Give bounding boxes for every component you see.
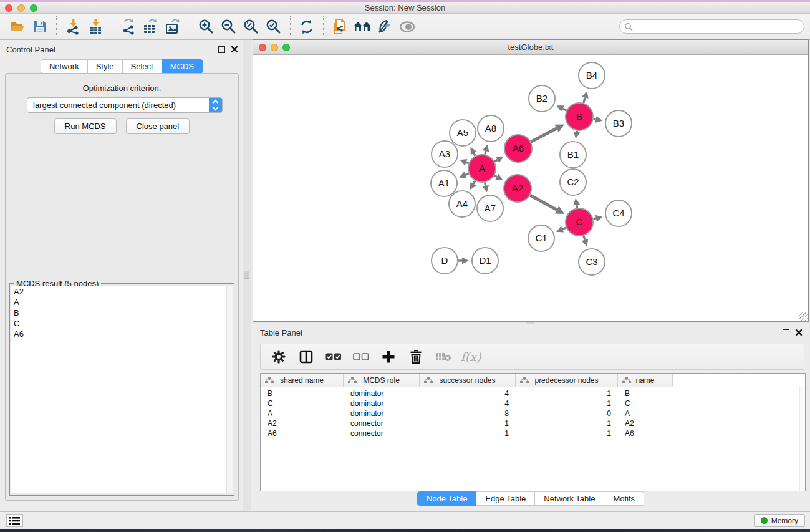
refresh-view-icon[interactable] (296, 16, 318, 37)
run-mcds-button[interactable]: Run MCDS (54, 118, 117, 134)
import-table-icon[interactable] (84, 16, 107, 37)
edge-A-A7[interactable] (485, 183, 486, 186)
table-cell: 1 (420, 428, 516, 438)
toolbar-separator (290, 16, 291, 37)
edge-B-B3[interactable] (594, 119, 596, 120)
function-builder-icon[interactable]: f(x) (461, 347, 480, 366)
search-input[interactable] (635, 21, 804, 32)
edge-arrowhead (573, 198, 580, 206)
edge-A-A2[interactable] (494, 175, 497, 177)
delete-columns-icon[interactable] (407, 347, 425, 366)
memory-button[interactable]: Memory (754, 514, 805, 527)
zoom-in-icon[interactable] (195, 16, 218, 37)
toolbar-separator (323, 16, 324, 37)
tab-network[interactable]: Network (41, 59, 88, 74)
criterion-dropdown-value: largest connected component (directed) (27, 100, 209, 110)
column-header-predecessor-nodes[interactable]: predecessor nodes (516, 374, 618, 387)
result-item[interactable]: B (11, 307, 228, 318)
export-table-icon[interactable] (140, 16, 162, 37)
edge-C-C4[interactable] (593, 218, 595, 219)
show-graphics-details-icon[interactable] (396, 16, 418, 37)
table-scrollbar[interactable] (799, 387, 805, 491)
show-column-icon[interactable] (297, 347, 316, 366)
edge-A-A4[interactable] (473, 181, 475, 184)
tab-select[interactable]: Select (123, 59, 162, 74)
mcds-result-list[interactable]: A2ABCA6 (11, 286, 228, 493)
close-panel-icon[interactable] (231, 46, 238, 53)
divider-handle[interactable] (244, 271, 249, 279)
column-header-shared-name[interactable]: shared name (261, 374, 344, 387)
criterion-dropdown[interactable]: largest connected component (directed) (27, 97, 223, 113)
open-session-icon[interactable] (6, 16, 29, 37)
column-header-MCDS-role[interactable]: MCDS role (344, 374, 420, 387)
table-row[interactable]: Bdominator41B (261, 389, 673, 399)
column-header-name[interactable]: name (618, 374, 673, 387)
edge-B-B2[interactable] (562, 109, 566, 110)
delete-table-icon[interactable] (434, 347, 453, 366)
window-resize-grip[interactable] (799, 312, 808, 321)
network-window-title: testGlobe.txt (253, 42, 808, 52)
zoom-fit-icon[interactable] (240, 16, 263, 37)
clone-network-icon[interactable] (329, 16, 351, 37)
tab-network-table[interactable]: Network Table (535, 491, 604, 506)
edge-C-C1[interactable] (562, 228, 566, 229)
zoom-out-icon[interactable] (218, 16, 240, 37)
deselect-all-checkboxes-icon[interactable] (352, 347, 370, 366)
result-item[interactable]: A (11, 297, 228, 307)
network-window-titlebar[interactable]: testGlobe.txt (253, 40, 808, 55)
edge-A2-C[interactable] (530, 195, 557, 210)
edge-C-C2[interactable] (577, 205, 577, 208)
edge-C-C3[interactable] (584, 236, 585, 240)
tab-motifs[interactable]: Motifs (604, 491, 644, 506)
import-network-icon[interactable] (62, 16, 84, 37)
table-row[interactable]: Cdominator41C (261, 399, 673, 409)
export-image-icon[interactable] (162, 16, 185, 37)
float-panel-icon[interactable] (218, 46, 225, 53)
node-label-A7: A7 (485, 203, 496, 213)
table-row[interactable]: A2connector11A2 (261, 418, 673, 428)
table-row[interactable]: A6connector11A6 (261, 428, 673, 438)
node-label-B: B (576, 111, 582, 122)
network-canvas[interactable]: B4B2BB3A8A5A6A3B1AC2A1A2A4A7C4CC1DD1C3 (254, 56, 808, 321)
save-session-icon[interactable] (29, 16, 51, 37)
tab-style[interactable]: Style (88, 59, 123, 74)
table-toolbar: f(x) (260, 344, 804, 370)
result-item[interactable]: C (11, 318, 228, 329)
tab-edge-table[interactable]: Edge Table (476, 491, 535, 506)
toolbar-search[interactable] (619, 19, 804, 34)
column-header-successor-nodes[interactable]: successor nodes (420, 374, 516, 387)
add-column-icon[interactable] (379, 347, 398, 366)
table-cell: A2 (618, 418, 673, 428)
edge-A-A3[interactable] (466, 162, 469, 163)
table-cell: connector (344, 418, 420, 428)
status-bar: Memory (0, 511, 810, 529)
edge-A-A6[interactable] (494, 160, 498, 162)
result-list-scrollbar[interactable] (226, 286, 233, 493)
table-panel-tabs: Node TableEdge TableNetwork TableMotifs (251, 491, 810, 506)
zoom-selected-icon[interactable] (263, 16, 285, 37)
task-history-button[interactable] (6, 514, 23, 527)
edge-B-B4[interactable] (584, 97, 586, 103)
panel-divider[interactable] (243, 40, 251, 511)
home-layout-icon[interactable] (351, 16, 374, 37)
float-table-panel-icon[interactable] (783, 329, 789, 336)
table-settings-gear-icon[interactable] (269, 347, 288, 366)
edge-A-A1[interactable] (465, 173, 468, 175)
toggle-visual-style-icon[interactable] (374, 16, 396, 37)
tab-mcds[interactable]: MCDS (162, 59, 203, 74)
table-cell: 4 (420, 389, 516, 399)
close-panel-button[interactable]: Close panel (126, 118, 190, 134)
mcds-tab-content: Optimization criterion: largest connecte… (5, 73, 239, 501)
select-all-checkboxes-icon[interactable] (324, 347, 343, 366)
tab-node-table[interactable]: Node Table (417, 491, 477, 506)
node-label-C1: C1 (535, 233, 547, 243)
result-item[interactable]: A2 (11, 286, 228, 297)
result-item[interactable]: A6 (11, 329, 228, 339)
export-network-icon[interactable] (117, 16, 140, 37)
close-table-panel-icon[interactable] (795, 329, 803, 336)
table-row[interactable]: Adominator80A (261, 409, 673, 418)
edge-A-A5[interactable] (474, 153, 475, 156)
edge-A-A8[interactable] (485, 151, 486, 154)
edge-A6-B[interactable] (531, 128, 556, 142)
node-label-C2: C2 (567, 177, 579, 187)
